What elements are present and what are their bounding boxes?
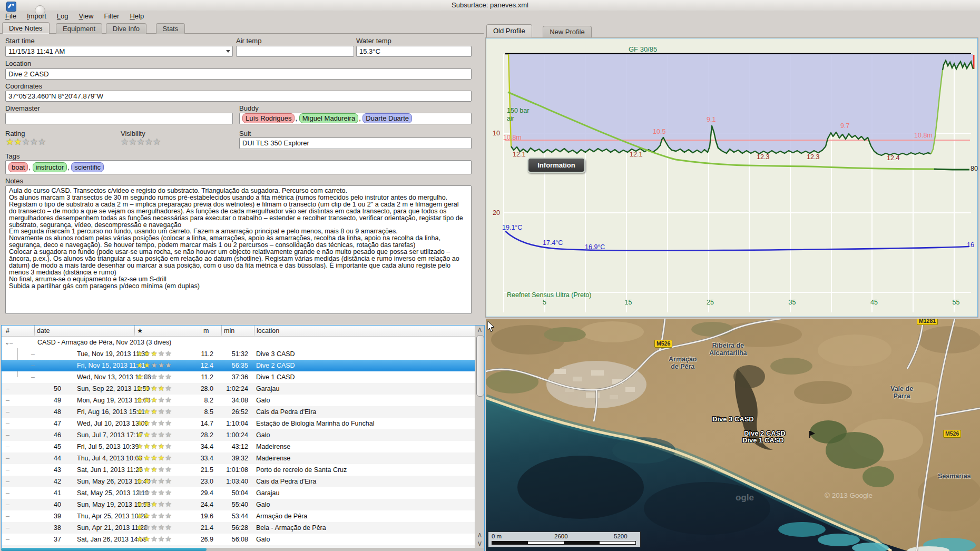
dive-duration: 1:02:24 [213,383,248,395]
scroll-thumb[interactable] [1,548,207,551]
col-date[interactable]: date [34,326,50,336]
dive-row[interactable]: –50Sun, Sep 22, 2013 12:59★★★★★28.01:02:… [2,383,475,395]
dive-number: 49 [2,395,61,406]
star-icon: ★ [151,477,158,485]
pill-miguel-madureira: Miguel Madureira [299,113,358,123]
rating-stars[interactable]: ★★★★★ [6,137,46,146]
dive-list-vscrollbar[interactable]: ᐱ ᐱ ᐯ [475,326,484,550]
buddy-input[interactable]: Luís Rodrigues, Miguel Madureira, Duarte… [239,113,472,124]
star-icon: ★ [136,396,144,404]
temperature-label: 16.9°C [585,243,605,251]
dive-row[interactable]: –Wed, Nov 13, 2013 11:06★★★★★11.237:36Di… [2,371,475,383]
tab-new-profile[interactable]: New Profile [543,26,591,37]
chevron-down-icon[interactable] [226,50,230,53]
dive-list[interactable]: # date ★ m min location ⌄– CASD - Armaçã… [1,325,485,551]
map-scale-bar: 0 m 2600 5200 [488,532,641,547]
menu-filter[interactable]: Filter [99,11,124,22]
dive-number: 46 [2,429,61,441]
temperature-line [505,231,969,251]
notes-textarea[interactable]: Aula do curso CASD. Transectos c/video e… [5,185,472,314]
dive-row[interactable]: –47Wed, Jul 10, 2013 13:09★★★★★14.71:10:… [2,418,475,429]
dive-site-marker[interactable]: Dive 1 CASD [742,436,784,444]
tab-old-profile[interactable]: Old Profile [486,24,532,37]
dive-row[interactable]: –Fri, Nov 15, 2013 11:41★★★★★12.456:35Di… [2,360,475,371]
scroll-thumb[interactable] [476,335,484,397]
dive-depth: 34.4 [189,441,213,452]
menu-file[interactable]: File [0,11,22,22]
air-temp-input[interactable] [236,46,354,57]
scroll-up-icon[interactable]: ᐱ [476,327,483,333]
information-tooltip[interactable]: Information [527,158,585,173]
star-icon: ★ [151,407,158,416]
scroll-up-icon[interactable]: ᐱ [476,532,483,539]
col-duration[interactable]: min [221,326,234,336]
star-icon: ★ [151,372,158,381]
start-time-label: Start time [5,37,35,45]
depth-value-label: 10.5 [653,128,665,135]
dive-row[interactable]: –Tue, Nov 19, 2013 11:39★★★★★11.251:32Di… [2,348,475,360]
star-icon: ★ [136,511,144,520]
location-input[interactable]: Dive 2 CASD [5,68,472,80]
collapse-chevron-icon[interactable]: ⌄– [5,337,13,348]
menu-import[interactable]: Import [22,11,52,22]
star-icon: ★ [144,477,151,485]
tags-input[interactable]: boat, instructor, scientific [5,160,472,174]
star-icon: ★ [144,488,151,497]
dive-rating: ★★★★★ [136,499,172,510]
time-axis-tick: 15 [625,299,632,306]
tags-label: Tags [5,152,19,160]
dive-date: Fri, Jul 5, 2013 10:39 [77,441,139,452]
dive-row[interactable]: –49Mon, Aug 19, 2013 12:06★★★★★8.234:08G… [2,395,475,406]
star-icon: ★ [165,407,172,416]
coordinates-input[interactable]: 37°05'23.460"N 8°20'47.879"W [5,91,472,102]
star-icon: ★ [136,361,144,369]
dive-row[interactable]: –46Sun, Jul 7, 2013 17:17★★★★★28.21:00:2… [2,429,475,441]
star-icon: ★ [136,454,144,462]
dive-row[interactable]: –45Fri, Jul 5, 2013 10:39★★★★★34.443:12M… [2,441,475,452]
star-icon: ★ [136,372,144,381]
col-number[interactable]: # [4,326,9,336]
tab-equipment[interactable]: Equipment [56,23,102,34]
dive-profile-chart[interactable]: GF 30/85 150 bar air 80 1020 12.112.112.… [486,38,978,317]
col-location[interactable]: location [254,326,279,336]
menu-log[interactable]: Log [52,11,74,22]
dive-row[interactable]: –39Thu, Apr 25, 2013 10:28★★★★★19.653:44… [2,510,475,522]
trip-group-row[interactable]: ⌄– CASD - Armação de Pêra, Nov 2013 (3 d… [2,337,475,348]
col-depth[interactable]: m [201,326,209,336]
menu-view[interactable]: View [74,11,99,22]
depth-value-label: 12.1 [513,151,525,158]
dive-row[interactable]: –43Sat, Jun 1, 2013 11:26★★★★★21.51:01:0… [2,464,475,476]
dive-list-header[interactable]: # date ★ m min location [2,326,484,337]
star-icon: ★ [144,535,151,543]
divemaster-input[interactable] [5,113,233,124]
google-watermark: ogle [736,493,754,503]
dive-row[interactable]: –37Sat, Jan 26, 2013 14:58★★★★★26.956:08… [2,534,475,545]
dive-row[interactable]: –48Fri, Aug 16, 2013 15:11★★★★★8.526:52C… [2,406,475,418]
dive-number: 50 [2,383,61,395]
tab-dive-info[interactable]: Dive Info [106,23,146,34]
visibility-stars[interactable]: ★★★★★ [121,137,161,146]
start-time-input[interactable]: 11/15/13 11:41 AM [5,46,233,57]
dive-row[interactable]: –44Thu, Jul 4, 2013 10:08★★★★★33.439:32M… [2,452,475,464]
dive-row[interactable]: –42Sun, May 26, 2013 15:40★★★★★23.01:03:… [2,476,475,487]
temperature-label: 17.4°C [543,239,563,247]
water-temp-input[interactable]: 15.3°C [356,46,472,57]
dive-rating: ★★★★★ [136,418,172,429]
suit-input[interactable]: DUI TLS 350 Explorer [239,137,472,149]
dive-site-map[interactable]: Armação de PêraRibeira de AlcantarilhaVa… [486,319,980,551]
tab-dive-notes[interactable]: Dive Notes [2,22,50,34]
depth-value-label: 9.7 [840,122,849,130]
dive-rating: ★★★★★ [136,452,172,464]
depth-value-label: 12.3 [757,153,769,161]
col-rating[interactable]: ★ [134,326,143,336]
dive-site-marker[interactable]: Dive 3 CASD [712,415,754,423]
menu-help[interactable]: Help [124,11,149,22]
dive-row[interactable]: –41Sat, May 25, 2013 12:19★★★★★29.450:04… [2,487,475,499]
scroll-down-icon[interactable]: ᐯ [476,540,483,547]
dive-row[interactable]: –38Sun, Apr 21, 2013 11:28★★★★★21.456:28… [2,522,475,534]
dive-row[interactable]: –40Sun, May 19, 2013 15:53★★★★★24.455:40… [2,499,475,510]
dive-list-hscrollbar[interactable] [1,548,484,551]
dive-rating: ★★★★★ [136,360,172,371]
star-icon: ★ [151,384,158,392]
tab-stats[interactable]: Stats [156,23,185,34]
